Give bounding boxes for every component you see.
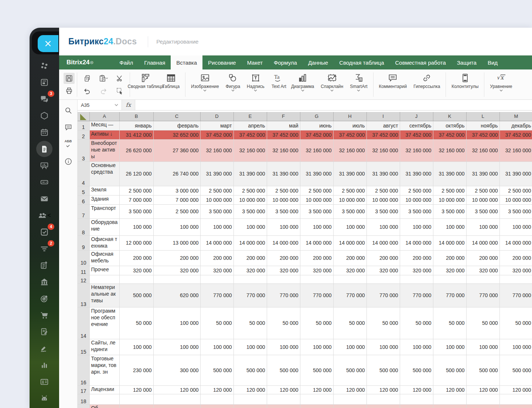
cell-G14[interactable]: 50 000	[300, 307, 333, 339]
row-header-11[interactable]: 11	[78, 266, 89, 275]
headerfooter-button[interactable]: Колонтитулы	[448, 71, 482, 99]
cell-F14[interactable]: 50 000	[267, 307, 300, 339]
cell-L11[interactable]: 320 000	[466, 266, 499, 275]
cell-L5[interactable]: 2 500 000	[466, 186, 499, 195]
row-header-17[interactable]: 17	[78, 385, 89, 394]
cell-G1[interactable]: июнь	[300, 121, 333, 130]
cell-J6[interactable]: 10 000 000	[400, 195, 433, 204]
cell-C4[interactable]: 26 740 000	[153, 162, 200, 186]
cell-C13[interactable]: 620 000	[153, 283, 200, 307]
cell-D6[interactable]: 10 000 000	[200, 195, 233, 204]
cell-A9[interactable]: Офисная техника	[89, 235, 119, 250]
row-header-1[interactable]: 1	[78, 121, 89, 130]
cell-H19[interactable]	[333, 404, 366, 408]
cell-E15[interactable]: 100 000	[233, 339, 267, 355]
cell-L18[interactable]	[466, 394, 499, 404]
cell-C9[interactable]: 13 000 000	[153, 235, 200, 250]
cell-I4[interactable]: 31 390 000	[366, 162, 400, 186]
cell-G9[interactable]: 14 000 000	[300, 235, 333, 250]
cell-G17[interactable]: 120 000	[300, 385, 333, 394]
image-button[interactable]: Изображение	[188, 71, 222, 99]
cell-L13[interactable]: 770 000	[466, 283, 499, 307]
column-header-C[interactable]: C	[153, 112, 200, 121]
cell-D14[interactable]: 50 000	[200, 307, 233, 339]
cell-D2[interactable]: 37 452 000	[200, 130, 233, 139]
cell-I13[interactable]: 770 000	[366, 283, 400, 307]
cell-G6[interactable]: 10 000 000	[300, 195, 333, 204]
cell-J15[interactable]: 100 000	[400, 339, 433, 355]
cell-K8[interactable]: 100 000	[433, 218, 466, 235]
cell-B2[interactable]: 31 412 000	[119, 130, 153, 139]
cell-I6[interactable]: 10 000 000	[366, 195, 400, 204]
cell-H13[interactable]: 770 000	[333, 283, 366, 307]
cell-A10[interactable]: Офисная мебель	[89, 250, 119, 266]
column-header-A[interactable]: A	[89, 112, 119, 121]
tab-collaboration[interactable]: Совместная работа	[389, 55, 451, 69]
info-button[interactable]	[62, 155, 75, 168]
cell-B4[interactable]: 26 120 000	[119, 162, 153, 186]
tab-view[interactable]: Вид	[482, 55, 503, 69]
cell-M1[interactable]: декабрь	[499, 121, 532, 130]
cell-C19[interactable]	[153, 404, 200, 408]
cell-D8[interactable]: 100 000	[200, 218, 233, 235]
row-header-13[interactable]: 13	[78, 283, 89, 307]
cell-F12[interactable]	[267, 275, 300, 283]
cell-I10[interactable]: 200 000	[366, 250, 400, 266]
cell-F16[interactable]: 500 000	[267, 355, 300, 385]
cell-A6[interactable]: Здания	[89, 195, 119, 204]
row-header-2[interactable]: 2	[78, 130, 89, 139]
cell-L10[interactable]: 200 000	[466, 250, 499, 266]
save-button[interactable]	[64, 73, 75, 84]
cell-A11[interactable]: Прочее	[89, 266, 119, 275]
cell-M12[interactable]	[499, 275, 532, 283]
cell-A17[interactable]: Лицензии	[89, 385, 119, 394]
column-header-J[interactable]: J	[400, 112, 433, 121]
cell-K6[interactable]: 10 000 000	[433, 195, 466, 204]
row-header-12[interactable]: 12	[78, 275, 89, 283]
cell-L4[interactable]: 31 390 000	[466, 162, 499, 186]
cell-A15[interactable]: Сайты, лендинги	[89, 339, 119, 355]
cell-G3[interactable]: 32 160 000	[300, 139, 333, 162]
cell-J17[interactable]: 120 000	[400, 385, 433, 394]
row-header-8[interactable]: 8	[78, 218, 89, 235]
cell-C8[interactable]: 100 000	[153, 218, 200, 235]
column-header-F[interactable]: F	[267, 112, 300, 121]
insert-function-button[interactable]: fx	[122, 100, 135, 110]
cell-G19[interactable]	[300, 404, 333, 408]
cell-D7[interactable]: 3 500 000	[200, 204, 233, 218]
cell-B15[interactable]: 100 000	[119, 339, 153, 355]
cell-E13[interactable]: 770 000	[233, 283, 267, 307]
cell-B17[interactable]: 120 000	[119, 385, 153, 394]
cell-M11[interactable]: 320 000	[499, 266, 532, 275]
cell-K14[interactable]: 50 000	[433, 307, 466, 339]
tab-data[interactable]: Данные	[303, 55, 334, 69]
table-button[interactable]: Таблица	[159, 71, 183, 99]
cell-L19[interactable]	[466, 404, 499, 408]
cell-K9[interactable]: 14 000 000	[433, 235, 466, 250]
cell-B19[interactable]	[119, 404, 153, 408]
cell-G15[interactable]: 100 000	[300, 339, 333, 355]
cell-A18[interactable]	[89, 394, 119, 404]
column-header-H[interactable]: H	[333, 112, 366, 121]
cell-D4[interactable]: 31 390 000	[200, 162, 233, 186]
cell-J5[interactable]: 2 500 000	[400, 186, 433, 195]
sidebar-item-tasks[interactable]: 4	[30, 224, 59, 240]
cell-M16[interactable]: 500 000	[499, 355, 532, 385]
cell-D10[interactable]: 200 000	[200, 250, 233, 266]
cell-D18[interactable]	[200, 394, 233, 404]
cell-J1[interactable]: сентябрь	[400, 121, 433, 130]
cell-M17[interactable]: 120 000	[499, 385, 532, 394]
tab-draw[interactable]: Рисование	[202, 55, 242, 69]
cell-F8[interactable]: 100 000	[267, 218, 300, 235]
cell-M9[interactable]: 14 000 000	[499, 235, 532, 250]
cell-G8[interactable]: 100 000	[300, 218, 333, 235]
cell-I15[interactable]: 100 000	[366, 339, 400, 355]
cell-E6[interactable]: 10 000 000	[233, 195, 267, 204]
cell-I7[interactable]: 3 500 000	[366, 204, 400, 218]
column-header-G[interactable]: G	[300, 112, 333, 121]
cell-K19[interactable]	[433, 404, 466, 408]
row-header-6[interactable]: 6	[78, 195, 89, 204]
cell-L6[interactable]: 10 000 000	[466, 195, 499, 204]
select-all-corner[interactable]	[78, 112, 89, 121]
cell-F7[interactable]: 3 500 000	[267, 204, 300, 218]
